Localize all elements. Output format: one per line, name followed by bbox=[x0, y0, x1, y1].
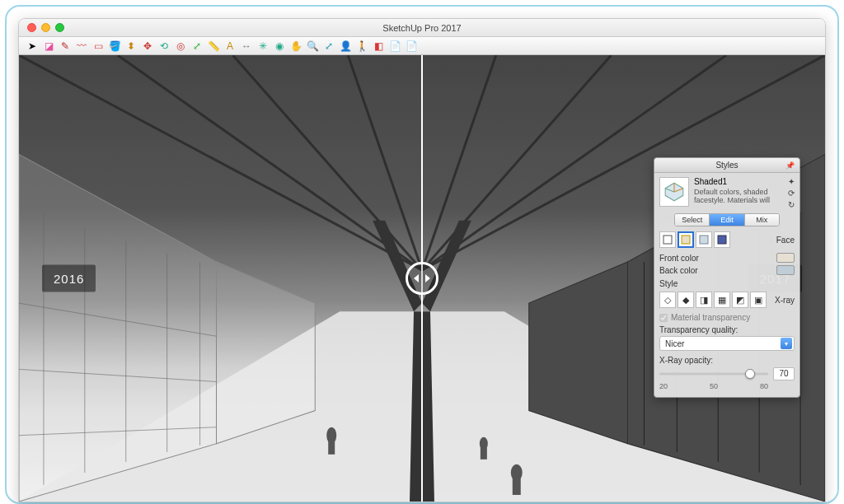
pin-icon[interactable]: 📌 bbox=[785, 161, 795, 170]
zoom-window-button[interactable] bbox=[55, 23, 64, 32]
tab-mix[interactable]: Mix bbox=[744, 214, 779, 226]
tool-scale-icon[interactable]: ⤢ bbox=[190, 40, 204, 53]
xray-opacity-label: X-Ray opacity: bbox=[659, 356, 795, 365]
tool-axes-icon[interactable]: ✳ bbox=[256, 40, 270, 53]
new-style-icon[interactable]: ✦ bbox=[788, 177, 795, 186]
tool-text-icon[interactable]: A bbox=[223, 40, 237, 53]
tab-edit[interactable]: Edit bbox=[709, 214, 743, 226]
app-window: SketchUp Pro 2017 ➤◪✎〰▭🪣⬍✥⟲◎⤢📏A↔✳◉✋🔍⤢👤🚶◧… bbox=[18, 18, 826, 502]
styles-panel[interactable]: Styles 📌 Shaded1 Default colors, shaded … bbox=[654, 157, 800, 398]
close-window-button[interactable] bbox=[27, 23, 36, 32]
watermark-settings-icon[interactable] bbox=[714, 231, 730, 248]
tool-dimension-icon[interactable]: ↔ bbox=[240, 40, 253, 53]
tool-walk-icon[interactable]: 🚶 bbox=[355, 40, 368, 53]
material-transparency-label: Material transparency bbox=[671, 313, 750, 322]
tool-select-icon[interactable]: ➤ bbox=[26, 40, 39, 53]
transparency-quality-select[interactable]: Nicer ▾ bbox=[659, 336, 795, 351]
tool-orbit-icon[interactable]: ◉ bbox=[273, 40, 286, 53]
svg-rect-37 bbox=[682, 236, 690, 244]
svg-line-3 bbox=[232, 55, 422, 270]
style-xray-icon[interactable]: ▣ bbox=[750, 292, 767, 308]
tool-rectangle-icon[interactable]: ▭ bbox=[91, 40, 105, 53]
tool-zoomext-icon[interactable]: ⤢ bbox=[322, 40, 335, 53]
tool-tape-icon[interactable]: 📏 bbox=[207, 40, 220, 53]
transparency-quality-label: Transparency quality: bbox=[659, 325, 795, 334]
svg-rect-36 bbox=[663, 236, 672, 244]
tool-layout1-icon[interactable]: 📄 bbox=[388, 40, 401, 53]
tab-select[interactable]: Select bbox=[675, 214, 709, 226]
tool-rotate-icon[interactable]: ⟲ bbox=[157, 40, 171, 53]
styles-panel-title[interactable]: Styles 📌 bbox=[654, 158, 799, 173]
tool-line-icon[interactable]: ✎ bbox=[59, 40, 72, 53]
style-wireframe-icon[interactable]: ◇ bbox=[659, 292, 676, 308]
style-hidden-icon[interactable]: ◆ bbox=[678, 292, 694, 308]
main-toolbar: ➤◪✎〰▭🪣⬍✥⟲◎⤢📏A↔✳◉✋🔍⤢👤🚶◧📄📄 bbox=[19, 37, 825, 55]
svg-line-7 bbox=[422, 55, 612, 270]
tool-eraser-icon[interactable]: ◪ bbox=[42, 40, 55, 53]
svg-rect-32 bbox=[481, 448, 487, 460]
window-title: SketchUp Pro 2017 bbox=[19, 23, 825, 33]
style-thumbnail[interactable] bbox=[659, 177, 689, 207]
styles-panel-title-label: Styles bbox=[715, 161, 738, 170]
styles-tab-group: Select Edit Mix bbox=[674, 213, 780, 226]
style-label: Style bbox=[659, 279, 678, 288]
svg-marker-9 bbox=[19, 154, 217, 502]
refresh-style-icon[interactable]: ↻ bbox=[788, 200, 795, 209]
xray-label: X-ray bbox=[775, 296, 795, 305]
titlebar: SketchUp Pro 2017 bbox=[19, 19, 825, 37]
edge-settings-icon[interactable] bbox=[659, 231, 676, 248]
tool-paint-icon[interactable]: 🪣 bbox=[108, 40, 121, 53]
tool-pushpull-icon[interactable]: ⬍ bbox=[124, 40, 138, 53]
style-description: Default colors, shaded facestyle. Materi… bbox=[694, 188, 783, 205]
back-color-label: Back color bbox=[659, 266, 698, 275]
xray-opacity-slider[interactable] bbox=[659, 368, 768, 380]
style-textured-icon[interactable]: ▦ bbox=[714, 292, 730, 308]
style-name: Shaded1 bbox=[694, 177, 783, 186]
chevron-updown-icon: ▾ bbox=[781, 338, 792, 349]
comparison-label-left: 2016 bbox=[42, 265, 96, 292]
model-viewport[interactable]: 2016 2017 Styles 📌 Shaded1 Default col bbox=[19, 55, 825, 502]
update-style-icon[interactable]: ⟳ bbox=[788, 189, 795, 198]
tool-layout2-icon[interactable]: 📄 bbox=[405, 40, 418, 53]
front-color-label: Front color bbox=[659, 254, 699, 263]
style-mono-icon[interactable]: ◩ bbox=[732, 292, 748, 308]
material-transparency-row: Material transparency bbox=[659, 313, 795, 322]
svg-rect-38 bbox=[700, 236, 708, 244]
comparison-slider-handle[interactable] bbox=[406, 262, 438, 295]
svg-rect-34 bbox=[513, 477, 521, 495]
tool-pan-icon[interactable]: ✋ bbox=[289, 40, 302, 53]
tool-move-icon[interactable]: ✥ bbox=[141, 40, 154, 53]
front-color-swatch[interactable] bbox=[776, 253, 795, 263]
transparency-quality-value: Nicer bbox=[665, 339, 684, 348]
background-settings-icon[interactable] bbox=[696, 231, 712, 248]
face-section-label: Face bbox=[776, 236, 795, 245]
back-color-swatch[interactable] bbox=[776, 265, 795, 275]
tool-zoom-icon[interactable]: 🔍 bbox=[306, 40, 319, 53]
tick-80: 80 bbox=[760, 382, 768, 390]
xray-opacity-value[interactable]: 70 bbox=[773, 367, 795, 380]
tool-offset-icon[interactable]: ◎ bbox=[174, 40, 187, 53]
tool-section-icon[interactable]: ◧ bbox=[372, 40, 385, 53]
tick-50: 50 bbox=[710, 382, 718, 390]
tool-position-icon[interactable]: 👤 bbox=[339, 40, 352, 53]
svg-rect-30 bbox=[328, 440, 335, 455]
minimize-window-button[interactable] bbox=[41, 23, 50, 32]
face-settings-icon[interactable] bbox=[678, 231, 694, 248]
material-transparency-checkbox bbox=[659, 314, 668, 322]
svg-rect-39 bbox=[718, 236, 726, 244]
tool-freehand-icon[interactable]: 〰 bbox=[75, 40, 88, 53]
style-shaded-icon[interactable]: ◨ bbox=[696, 292, 712, 308]
tick-20: 20 bbox=[659, 382, 668, 390]
